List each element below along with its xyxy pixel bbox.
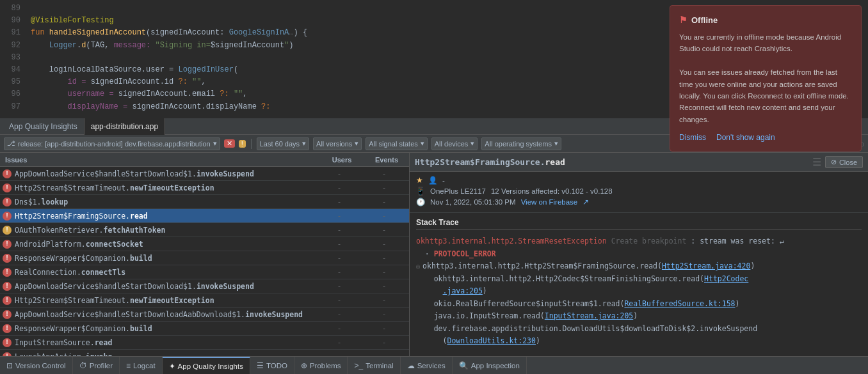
- terminal-icon: >_: [354, 361, 363, 370]
- issue-icon: !: [3, 268, 12, 277]
- code-editor: 89 90 91 92 93 94 95 96 97 @VisibleForTe…: [0, 0, 868, 118]
- detail-info: ★ 👤 - 📱 OnePlus LE2117 12 Versions affec…: [410, 172, 868, 213]
- issue-row[interactable]: !InputStreamSource.read--: [0, 336, 409, 350]
- issues-col-header: Issues: [0, 155, 319, 165]
- issue-row[interactable]: !LaunchAppAction.invoke--: [0, 350, 409, 356]
- http2codec-link[interactable]: Http2Codec: [704, 274, 748, 283]
- clock-icon: 🕐: [416, 198, 425, 206]
- versions-select[interactable]: All versions ▾: [313, 137, 362, 150]
- devices-select[interactable]: All devices ▾: [431, 137, 478, 150]
- issue-users: -: [317, 212, 362, 220]
- issue-events: -: [362, 297, 406, 304]
- issue-name: AppDownloadService$handleStartDownload$1…: [15, 169, 317, 178]
- aqi-icon: ✦: [169, 362, 175, 371]
- issue-events: -: [362, 240, 406, 248]
- realbuffered-link[interactable]: RealBufferedSource.kt:158: [624, 299, 735, 308]
- issue-events: -: [362, 269, 406, 276]
- issue-users: -: [317, 198, 362, 206]
- issue-name: Http2Stream$FramingSource.read: [15, 212, 317, 221]
- issue-users: -: [317, 283, 362, 290]
- breakpoint-icon: ◎: [416, 261, 420, 272]
- issue-name: AndroidPlatform.connectSocket: [15, 240, 317, 249]
- app-distribution-tab[interactable]: app-distribution.app: [84, 118, 165, 135]
- app-inspection-icon: 🔍: [459, 361, 469, 370]
- dont-show-link[interactable]: Don't show again: [716, 133, 775, 142]
- stack-trace-section: Stack Trace okhttp3.internal.http2.Strea…: [410, 213, 868, 356]
- signal-states-select[interactable]: All signal states ▾: [366, 137, 427, 150]
- issue-name: RealConnection.connectTls: [15, 268, 317, 277]
- issue-events: -: [362, 325, 406, 332]
- offline-header: ⚑ Offline: [679, 15, 852, 25]
- inputstream-link[interactable]: InputStream.java:205: [545, 311, 633, 320]
- offline-popup: ⚑ Offline You are currently in offline m…: [670, 5, 862, 152]
- http2stream-link[interactable]: Http2Stream.java:420: [662, 261, 750, 270]
- time-range-select[interactable]: Last 60 days ▾: [257, 137, 309, 150]
- terminal-tab[interactable]: >_ Terminal: [348, 357, 400, 375]
- close-button[interactable]: ⊘ Close: [825, 156, 863, 168]
- issue-row[interactable]: !Http2Stream$StreamTimeout.newTimeoutExc…: [0, 293, 409, 308]
- versions-info: 12 Versions affected: v0.102 - v0.128: [491, 187, 613, 195]
- dismiss-link[interactable]: Dismiss: [679, 133, 706, 142]
- issue-icon: !: [3, 198, 12, 206]
- issue-row[interactable]: !Http2Stream$StreamTimeout.newTimeoutExc…: [0, 181, 409, 195]
- branch-select[interactable]: ⎇ release: [app-distribution-android] de…: [4, 137, 220, 150]
- detail-header: Http2Stream$FramingSource.read ☰ ⊘ Close: [410, 153, 868, 172]
- issue-row[interactable]: !AppDownloadService$handleStartDownload$…: [0, 279, 409, 293]
- services-tab[interactable]: ☁ Services: [401, 357, 453, 375]
- divider: [251, 139, 252, 149]
- issue-icon: !: [3, 240, 12, 249]
- app-quality-tab[interactable]: App Quality Insights: [3, 118, 84, 135]
- issue-row[interactable]: !AppDownloadService$handleStartDownloadA…: [0, 308, 409, 322]
- issue-icon: !: [3, 183, 12, 192]
- issue-users: -: [317, 297, 362, 304]
- issue-events: -: [362, 311, 406, 318]
- logcat-tab[interactable]: ≡ Logcat: [120, 357, 163, 375]
- issue-name: OAuthTokenRetriever.fetchAuthToken: [15, 226, 317, 235]
- issue-name: Http2Stream$StreamTimeout.newTimeoutExce…: [15, 296, 317, 305]
- issue-name: ResponseWrapper$Companion.build: [15, 324, 317, 333]
- issues-header: Issues Users Events: [0, 153, 409, 167]
- issue-row[interactable]: !OAuthTokenRetriever.fetchAuthToken--: [0, 223, 409, 237]
- issue-icon: !: [3, 338, 12, 347]
- downloadutils-link[interactable]: DownloadUtils.kt:230: [447, 336, 535, 345]
- stack-trace-content: okhttp3.internal.http2.StreamResetExcept…: [416, 235, 862, 348]
- issue-name: ResponseWrapper$Companion.build: [15, 254, 317, 263]
- issue-icon: !: [3, 282, 12, 291]
- issue-events: -: [362, 283, 406, 290]
- todo-tab[interactable]: ☰ TODO: [250, 357, 294, 375]
- issue-row[interactable]: !ResponseWrapper$Companion.build--: [0, 251, 409, 265]
- issue-events: -: [362, 226, 406, 234]
- main-content: Issues Users Events !AppDownloadService$…: [0, 153, 868, 356]
- profiler-tab[interactable]: ⏱ Profiler: [73, 357, 120, 375]
- version-control-icon: ⊡: [6, 361, 13, 370]
- avatar: 👤: [428, 176, 437, 185]
- version-control-tab[interactable]: ⊡ Version Control: [0, 357, 73, 375]
- offline-body: You are currently in offline mode becaus…: [679, 31, 852, 125]
- events-col-header: Events: [364, 155, 409, 165]
- issue-users: -: [317, 254, 362, 262]
- issue-users: -: [317, 311, 362, 318]
- issue-row[interactable]: !Dns$1.lookup--: [0, 195, 409, 209]
- problems-tab[interactable]: ⊕ Problems: [294, 357, 348, 375]
- app-quality-insights-tab[interactable]: ✦ App Quality Insights: [163, 357, 250, 375]
- app-inspection-tab[interactable]: 🔍 App Inspection: [453, 357, 527, 375]
- view-firebase-link[interactable]: View on Firebase: [521, 198, 578, 206]
- issues-list: !AppDownloadService$handleStartDownload$…: [0, 167, 409, 356]
- http2codec-java-link[interactable]: .java:205: [443, 286, 483, 295]
- issue-row[interactable]: !ResponseWrapper$Companion.build--: [0, 322, 409, 336]
- detail-panel: Http2Stream$FramingSource.read ☰ ⊘ Close…: [410, 153, 868, 356]
- issue-row[interactable]: !AndroidPlatform.connectSocket--: [0, 237, 409, 251]
- issue-name: AppDownloadService$handleStartDownload$1…: [15, 282, 317, 291]
- os-select[interactable]: All operating systems ▾: [481, 137, 561, 150]
- issue-row[interactable]: !RealConnection.connectTls--: [0, 265, 409, 279]
- issue-events: -: [362, 184, 406, 192]
- users-col-header: Users: [319, 155, 364, 165]
- offline-actions: Dismiss Don't show again: [679, 133, 852, 142]
- settings-icon[interactable]: ☰: [812, 156, 821, 169]
- issue-row[interactable]: !Http2Stream$FramingSource.read--: [0, 209, 409, 223]
- issue-users: -: [317, 240, 362, 248]
- issue-row[interactable]: !AppDownloadService$handleStartDownload$…: [0, 167, 409, 181]
- stack-trace-label: Stack Trace: [416, 218, 862, 230]
- detail-title: Http2Stream$FramingSource.read: [415, 157, 812, 167]
- problems-icon: ⊕: [301, 361, 307, 370]
